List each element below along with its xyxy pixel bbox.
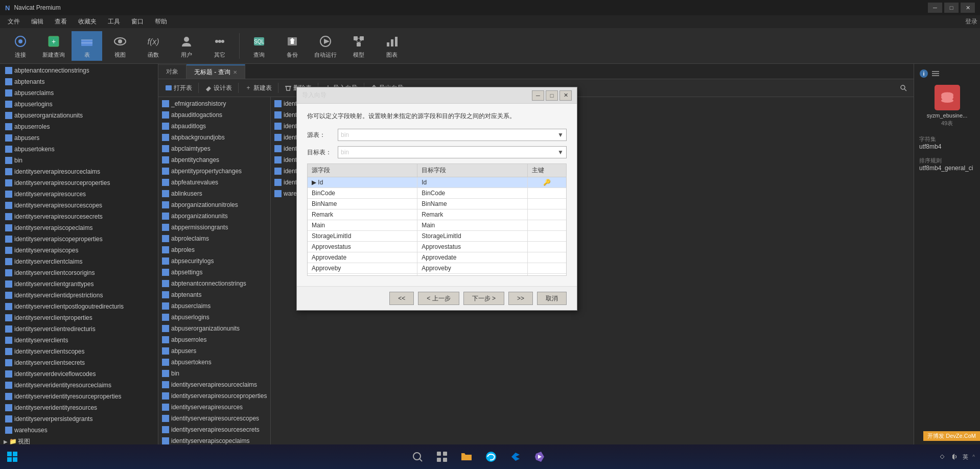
close-btn[interactable]: ✕: [961, 3, 975, 13]
list-item[interactable]: abpuserclaims: [159, 300, 269, 312]
sidebar-item-identityserverapiresourceclaims[interactable]: identityserverapiresourceclaims: [1, 166, 157, 177]
mapping-row[interactable]: Main Main: [308, 220, 566, 231]
mapping-row[interactable]: Remark Remark: [308, 209, 566, 220]
list-item[interactable]: abproles: [159, 244, 269, 255]
menu-edit[interactable]: 编辑: [26, 16, 49, 27]
list-item[interactable]: abpsecuritylogs: [159, 255, 269, 267]
toolbar-view[interactable]: 视图: [105, 31, 135, 61]
mapping-row[interactable]: ▶ Id Id 🔑: [308, 177, 566, 188]
sidebar-item-identityserverclientsecrets[interactable]: identityserverclientsecrets: [1, 357, 157, 368]
list-item[interactable]: abpbackgroundjobs: [159, 132, 269, 143]
sidebar-item-identityserverapiscopeclaims[interactable]: identityserverapiscopeclaims: [1, 222, 157, 233]
list-item[interactable]: abpentitychanges: [159, 154, 269, 166]
list-item[interactable]: abpusertokens: [159, 357, 269, 368]
sidebar-item-identityserveridentityresources[interactable]: identityserveridentityresources: [1, 402, 157, 413]
toolbar-table[interactable]: 表: [72, 31, 102, 61]
taskbar-task-view[interactable]: [431, 445, 453, 468]
sidebar-item-identityserverapiscopes[interactable]: identityserverapiscopes: [1, 245, 157, 256]
sidebar-item-identityserverclientproperties[interactable]: identityserverclientproperties: [1, 312, 157, 323]
list-item[interactable]: abptenantconnectionstrings: [159, 278, 269, 289]
list-item[interactable]: identityserverapiresourcesecrets: [159, 424, 269, 435]
toolbar-connect[interactable]: 连接: [5, 31, 36, 61]
toolbar-chart[interactable]: 图表: [377, 31, 407, 61]
user-login[interactable]: 登录: [965, 17, 977, 26]
list-item[interactable]: abpusers: [159, 345, 269, 357]
tab-close-btn[interactable]: ✕: [233, 69, 237, 75]
list-item[interactable]: ablinkusers: [159, 188, 269, 199]
dialog-close-btn[interactable]: ✕: [559, 90, 572, 101]
sidebar-item-abpuserroles[interactable]: abpuserroles: [1, 121, 157, 132]
sidebar-item-warehouses[interactable]: warehouses: [1, 425, 157, 436]
mapping-row[interactable]: Approvestatus Approvestatus: [308, 242, 566, 252]
list-item[interactable]: identityserverapiresourcescopes: [159, 413, 269, 424]
open-table-btn[interactable]: 打开表: [161, 81, 196, 95]
mapping-row[interactable]: WarehouseId WarehouseId: [308, 274, 566, 276]
dialog-maximize-btn[interactable]: □: [546, 90, 558, 101]
objects-tab[interactable]: 对象: [158, 64, 186, 79]
source-select[interactable]: bin ▼: [338, 129, 567, 141]
mapping-row[interactable]: StorageLimitId StorageLimitId: [308, 231, 566, 242]
taskbar-search[interactable]: [406, 445, 429, 468]
toolbar-autorun[interactable]: 自动运行: [310, 31, 341, 61]
list-item[interactable]: abppermissiongrants: [159, 222, 269, 233]
toolbar-function[interactable]: f(x) 函数: [138, 31, 169, 61]
sidebar-item-identityserverclientgranttypes[interactable]: identityserverclientgranttypes: [1, 278, 157, 290]
mapping-row[interactable]: Approveby Approveby: [308, 263, 566, 274]
sidebar-item-identityserveridentityresourceproperties[interactable]: identityserveridentityresourceproperties: [1, 391, 157, 402]
list-item[interactable]: abpsettings: [159, 267, 269, 278]
sidebar-item-abptenantconnectionstrings[interactable]: abptenantconnectionstrings: [1, 65, 157, 76]
sidebar-item-abpuserlogins[interactable]: abpuserlogins: [1, 99, 157, 110]
sidebar-item-identityserverclientclaims[interactable]: identityserverclientclaims: [1, 256, 157, 267]
list-item[interactable]: abpuserlogins: [159, 312, 269, 323]
sidebar-item-identityserverapiresources[interactable]: identityserverapiresources: [1, 189, 157, 200]
sidebar-item-abpuserorganizationunits[interactable]: abpuserorganizationunits: [1, 110, 157, 121]
menu-favorites[interactable]: 收藏夹: [73, 16, 102, 27]
first-btn[interactable]: <<: [389, 292, 414, 305]
list-item[interactable]: identityserverapiresourceproperties: [159, 390, 269, 402]
toolbar-model[interactable]: 模型: [343, 31, 374, 61]
list-item[interactable]: abpuserorganizationunits: [159, 323, 269, 334]
sidebar-item-abpusertokens[interactable]: abpusertokens: [1, 144, 157, 155]
sidebar-item-identityserverclients[interactable]: identityserverclients: [1, 335, 157, 346]
sidebar-item-identityserverapiresourcesecrets[interactable]: identityserverapiresourcesecrets: [1, 211, 157, 222]
sidebar-item-identityserverclientcorsorigins[interactable]: identityserverclientcorsorigins: [1, 267, 157, 278]
query-tab[interactable]: 无标题 - 查询 ✕: [186, 64, 245, 79]
list-item[interactable]: abpfeaturevalues: [159, 177, 269, 188]
toolbar-backup[interactable]: 备份: [277, 31, 308, 61]
list-item[interactable]: abporganizationunits: [159, 210, 269, 222]
sidebar-item-identityserverclientredirecturis[interactable]: identityserverclientredirecturis: [1, 323, 157, 335]
list-item[interactable]: abproleclaims: [159, 233, 269, 244]
taskbar-edge[interactable]: [480, 445, 502, 468]
new-table-btn[interactable]: + 新建表: [241, 81, 276, 95]
target-select[interactable]: bin ▼: [338, 146, 567, 158]
taskbar-visual-studio[interactable]: [529, 445, 551, 468]
sidebar-item-abpusers[interactable]: abpusers: [1, 132, 157, 144]
taskbar-start-btn[interactable]: [0, 444, 25, 469]
list-item[interactable]: abpentitypropertychanges: [159, 166, 269, 177]
menu-window[interactable]: 窗口: [126, 16, 149, 27]
taskbar-file-explorer[interactable]: [455, 445, 478, 468]
sidebar-item-abpuserclaims[interactable]: abpuserclaims: [1, 87, 157, 99]
toolbar-user[interactable]: 用户: [171, 31, 202, 61]
list-item[interactable]: abpauditlogs: [159, 121, 269, 132]
list-item[interactable]: bin: [159, 368, 269, 379]
list-item[interactable]: abptenants: [159, 289, 269, 300]
sidebar-item-identityserveridentityresourceclaims[interactable]: identityserveridentityresourceclaims: [1, 380, 157, 391]
list-item[interactable]: abpuserroles: [159, 334, 269, 345]
list-item[interactable]: identityserverapiresources: [159, 402, 269, 413]
mapping-row[interactable]: BinName BinName: [308, 199, 566, 209]
dialog-minimize-btn[interactable]: ─: [532, 90, 544, 101]
sidebar-item-identityserverclientpostlogoutredirecturis[interactable]: identityserverclientpostlogoutredirectur…: [1, 301, 157, 312]
minimize-btn[interactable]: ─: [928, 3, 942, 13]
list-item[interactable]: _efmigrationshistory: [159, 98, 269, 109]
sidebar-item-identityserverapiresourceproperties[interactable]: identityserverapiresourceproperties: [1, 177, 157, 189]
sidebar-item-identityserverapiresourcescopes[interactable]: identityserverapiresourcescopes: [1, 200, 157, 211]
next-btn[interactable]: 下一步 >: [463, 292, 504, 305]
design-table-btn[interactable]: 设计表: [201, 81, 236, 95]
menu-tools[interactable]: 工具: [103, 16, 125, 27]
toolbar-query[interactable]: SQL 查询: [244, 31, 274, 61]
sidebar-item-identityserverdeviceflowcodes[interactable]: identityserverdeviceflowcodes: [1, 368, 157, 380]
list-item[interactable]: abpauditlogactions: [159, 109, 269, 121]
toolbar-new-query[interactable]: + 新建查询: [38, 31, 69, 61]
mapping-row[interactable]: Approvedate Approvedate: [308, 252, 566, 263]
